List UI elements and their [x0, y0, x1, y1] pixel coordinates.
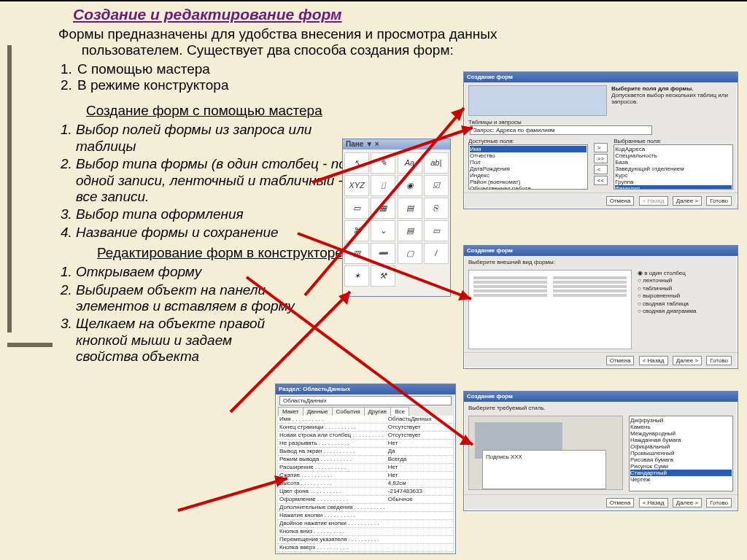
- intro-text: Формы предназначены для удобства внесени…: [58, 26, 554, 58]
- wizard1-back-button: < Назад: [639, 196, 668, 206]
- wizard2-done-button[interactable]: Готово: [706, 356, 732, 365]
- wizard1-cancel-button[interactable]: Отмена: [606, 196, 635, 206]
- toolbox-title: Пане ▼ ×: [343, 139, 450, 149]
- wizard2-cancel-button[interactable]: Отмена: [606, 356, 635, 365]
- properties-grid[interactable]: Имя . . . . . . . . . .ОбластьДанныхКоне…: [278, 416, 453, 552]
- wizard2-prompt: Выберите внешний вид формы:: [468, 259, 733, 265]
- wizard2-option[interactable]: ○ сводная таблица: [638, 300, 733, 308]
- toolbox-tool[interactable]: ⌄: [371, 220, 395, 241]
- toolbox-tool[interactable]: ✶: [344, 265, 369, 287]
- page-title: Создание и редактирование форм: [73, 6, 735, 23]
- properties-window[interactable]: Раздел: ОбластьДанных ОбластьДанных Маке…: [275, 384, 456, 554]
- wizard-steps: Выбор полей формы из запроса или таблицы…: [57, 122, 353, 241]
- wizard1-sel-label: Выбранные поля:: [614, 138, 662, 144]
- wizard3-cancel-button[interactable]: Отмена: [606, 498, 635, 508]
- toolbox-tool[interactable]: ◉: [398, 175, 422, 196]
- wizard1-next-button[interactable]: Далее >: [673, 196, 702, 206]
- toolbox-tool[interactable]: XYZ: [344, 175, 369, 196]
- wizard2-option[interactable]: ○ табличный: [638, 285, 733, 292]
- wizard3-caption: Подпись XXX: [482, 450, 606, 489]
- wizard2-option[interactable]: ○ сводная диаграмма: [638, 308, 733, 315]
- wizard3-prompt: Выберите требуемый стиль.: [468, 405, 733, 411]
- wizard1-prompt: Выберите поля для формы.: [611, 85, 693, 92]
- wizard2-back-button[interactable]: < Назад: [639, 356, 668, 365]
- toolbox-tool[interactable]: ▤: [398, 198, 422, 219]
- svg-line-10: [178, 478, 287, 510]
- toolbox-tool[interactable]: ab|: [424, 152, 449, 174]
- wizard3-window[interactable]: Создание форм Выберите требуемый стиль. …: [463, 391, 738, 511]
- wizard2-option[interactable]: ○ ленточный: [638, 277, 733, 284]
- toolbox-tool[interactable]: ▤: [398, 220, 422, 241]
- intro-line1: Формы предназначены для удобства внесени…: [58, 26, 497, 42]
- wizard3-back-button[interactable]: < Назад: [639, 498, 668, 508]
- toolbox-tool[interactable]: ✎: [371, 152, 395, 174]
- properties-tab[interactable]: События: [332, 407, 365, 416]
- toolbox-tool[interactable]: ➖: [371, 243, 395, 264]
- toolbox-tool[interactable]: ⎘: [424, 198, 449, 219]
- wizard3-title: Создание форм: [464, 392, 738, 402]
- toolbox-tool[interactable]: ▥: [344, 243, 369, 264]
- wizard1-window[interactable]: Создание форм Выберите поля для формы. Д…: [463, 71, 738, 209]
- properties-tab[interactable]: Данные: [303, 407, 333, 416]
- designer-steps: Открываем формуВыбираем объект на панели…: [57, 264, 295, 365]
- intro-line2: пользователем. Существует два способа со…: [82, 42, 454, 58]
- toolbox-window[interactable]: Пане ▼ × ↖✎Aaab|XYZ⌷◉☑▭▦▤⎘⌘⌄▤▭▥➖▢/✶⚒: [342, 139, 451, 297]
- toolbox-tool[interactable]: ⚒: [371, 265, 395, 287]
- toolbox-tool[interactable]: Aa: [398, 152, 422, 174]
- properties-object-combo[interactable]: ОбластьДанных: [279, 396, 452, 405]
- properties-tab[interactable]: Макет: [278, 407, 303, 416]
- wizard1-done-button[interactable]: Готово: [706, 196, 732, 206]
- move-button[interactable]: <<: [594, 176, 608, 185]
- move-button[interactable]: >>: [594, 154, 608, 163]
- toolbox-tool[interactable]: ▭: [344, 198, 369, 219]
- wizard1-title: Создание форм: [464, 72, 738, 82]
- wizard3-style-list[interactable]: ДиффузныйКаменьМеждународныйНаждачная бу…: [629, 416, 733, 491]
- toolbox-tool[interactable]: ▢: [398, 243, 422, 264]
- toolbox-tool[interactable]: /: [424, 243, 449, 264]
- wizard2-next-button[interactable]: Далее >: [673, 356, 702, 365]
- wizard3-done-button[interactable]: Готово: [706, 498, 732, 508]
- properties-title: Раздел: ОбластьДанных: [276, 384, 455, 394]
- wizard1-tables-label: Таблицы и запросы: [468, 119, 733, 125]
- toolbox-tool[interactable]: ↖: [344, 152, 369, 174]
- properties-tab[interactable]: Другие: [364, 407, 392, 416]
- wizard1-tables-combo[interactable]: Запрос: Адреса по фамилиям: [470, 125, 652, 135]
- toolbox-tool[interactable]: ▭: [424, 220, 449, 241]
- wizard1-avail-label: Доступные поля:: [468, 138, 514, 144]
- properties-tab[interactable]: Все: [390, 407, 409, 416]
- move-button[interactable]: >: [594, 143, 608, 152]
- toolbox-tool[interactable]: ⌷: [371, 175, 395, 196]
- wizard1-hint: Допускается выбор нескольких таблиц или …: [611, 92, 728, 105]
- wizard2-option[interactable]: ◉ в один столбец: [638, 270, 733, 277]
- wizard1-sel-list[interactable]: КодАдресаСпециальностьБазаЗаведующий отд…: [614, 144, 733, 190]
- wizard2-window[interactable]: Создание форм Выберите внешний вид формы…: [463, 245, 738, 369]
- toolbox-tool[interactable]: ▦: [371, 198, 395, 219]
- wizard2-title: Создание форм: [464, 246, 738, 256]
- toolbox-tool[interactable]: ☑: [424, 175, 449, 196]
- toolbox-tool[interactable]: ⌘: [344, 220, 369, 241]
- move-button[interactable]: <: [594, 165, 608, 174]
- wizard1-avail-list[interactable]: ИмяОтчествоПолДатаРожденияИндексРайон (в…: [468, 144, 588, 190]
- wizard3-next-button[interactable]: Далее >: [673, 498, 702, 508]
- wizard2-option[interactable]: ○ выровненный: [638, 292, 733, 300]
